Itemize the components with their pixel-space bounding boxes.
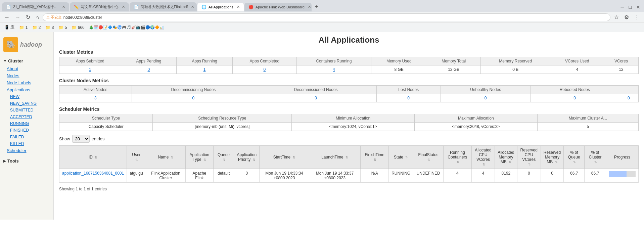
- cn-val-1[interactable]: 0: [132, 94, 255, 102]
- cell-launchtime: Mon Jun 19 14:33:37 +0800 2023: [309, 169, 360, 183]
- cm-header-5: Memory Used: [371, 57, 427, 65]
- cell-resmem: 0: [541, 169, 563, 183]
- tab-4-close[interactable]: ✕: [237, 5, 240, 9]
- apps-th-resmem[interactable]: ReservedMemoryMB ⇅: [541, 146, 563, 169]
- cn-header-6: [619, 86, 638, 94]
- cn-val-0[interactable]: 3: [59, 94, 132, 102]
- cn-val-2[interactable]: 0: [255, 94, 376, 102]
- apps-th-finalstatus[interactable]: FinalStatus ⇅: [413, 146, 444, 169]
- tab-5-close[interactable]: ✕: [308, 5, 311, 9]
- bookmark-3[interactable]: 📁 3: [44, 25, 55, 31]
- sidebar-sub-failed[interactable]: FAILED: [0, 134, 53, 140]
- progress-bar-bg: [609, 171, 636, 177]
- tab-3-close[interactable]: ✕: [191, 5, 194, 9]
- cell-id[interactable]: application_1687156364081_0001: [59, 169, 127, 183]
- apps-th-id[interactable]: ID ⇅: [59, 146, 127, 169]
- tab-3-favicon: 📄: [134, 5, 139, 9]
- sidebar-item-scheduler[interactable]: Scheduler: [0, 147, 53, 154]
- tab-5[interactable]: 🔴 Apache Flink Web Dashboard ✕: [244, 3, 312, 11]
- sidebar-sub-submitted[interactable]: SUBMITTED: [0, 107, 53, 113]
- apps-th-apptype[interactable]: ApplicationType ⇅: [186, 146, 213, 169]
- cn-val-4[interactable]: 0: [441, 94, 531, 102]
- apps-th-launchtime[interactable]: LaunchTime ⇅: [309, 146, 360, 169]
- sidebar-item-about[interactable]: About: [0, 65, 53, 72]
- cm-val-1[interactable]: 0: [121, 65, 177, 74]
- cm-val-0[interactable]: 1: [59, 65, 121, 74]
- sidebar-sub-finished[interactable]: FINISHED: [0, 127, 53, 134]
- cn-val-5[interactable]: 0: [531, 94, 619, 102]
- tab-4[interactable]: 🌐 All Applications ✕: [197, 3, 244, 11]
- cm-val-3[interactable]: 0: [232, 65, 296, 74]
- sidebar: 🐘 hadoop ▼ Cluster About Nodes Node Labe…: [0, 32, 54, 220]
- bookmark-button[interactable]: ☆: [612, 13, 620, 21]
- bookmark-2[interactable]: 📁 2: [31, 25, 42, 31]
- cm-val-2[interactable]: 1: [177, 65, 233, 74]
- apps-th-state[interactable]: State ⇅: [389, 146, 413, 169]
- cluster-section[interactable]: ▼ Cluster: [0, 57, 53, 65]
- apps-th-queue[interactable]: Queue ⇅: [213, 146, 234, 169]
- cm-val-4[interactable]: 4: [296, 65, 371, 74]
- tab-3[interactable]: 📄 尚硅谷大数据技术之Flink.pdf ✕: [130, 2, 197, 11]
- apps-th-pctcluster[interactable]: % ofCluster ⇅: [585, 146, 606, 169]
- cm-header-2: Apps Running: [177, 57, 233, 65]
- apps-th-finishtime[interactable]: FinishTime ⇅: [361, 146, 389, 169]
- sidebar-sub-running[interactable]: RUNNING: [0, 120, 53, 127]
- sm-header-3: Maximum Allocation: [414, 114, 537, 123]
- bookmark-apps-icon[interactable]: 📱 应: [3, 24, 16, 31]
- tab-2[interactable]: ✏️ 写文章-CSDN创作中心 ✕: [70, 2, 129, 11]
- sidebar-item-node-labels[interactable]: Node Labels: [0, 79, 53, 86]
- cn-val-6[interactable]: 0: [619, 94, 638, 102]
- sidebar-sub-new[interactable]: NEW: [0, 93, 53, 100]
- apps-th-pctqueue[interactable]: % ofQueue ⇅: [564, 146, 585, 169]
- minimize-button[interactable]: ─: [619, 4, 626, 10]
- bookmark-1[interactable]: 📁 1: [17, 25, 29, 31]
- app-layout: 🐘 hadoop ▼ Cluster About Nodes Node Labe…: [0, 32, 644, 220]
- cn-val-3[interactable]: 0: [376, 94, 441, 102]
- nav-bar: ← → ↻ ⌂ ⚠ 不安全 node002:8088/cluster ☆ ⚙ ⋮: [0, 12, 644, 22]
- cm-header-1: Apps Pending: [121, 57, 177, 65]
- forward-button[interactable]: →: [13, 14, 22, 21]
- sidebar-sub-accepted[interactable]: ACCEPTED: [0, 113, 53, 120]
- cm-header-4: Containers Running: [296, 57, 371, 65]
- tab-2-title: 写文章-CSDN创作中心: [81, 4, 119, 9]
- cell-alloccpu: 4: [471, 169, 495, 183]
- sidebar-sub-killed[interactable]: KILLED: [0, 140, 53, 147]
- address-bar[interactable]: ⚠ 不安全 node002:8088/cluster: [43, 13, 610, 21]
- apps-th-containers[interactable]: RunningContainers ⇅: [443, 146, 471, 169]
- apps-th-allocmem[interactable]: AllocatedMemoryMB ⇅: [495, 146, 517, 169]
- cm-header-9: VCores: [604, 57, 639, 65]
- tab-1[interactable]: 📄 21_Flink部署_YARN运行模式_应... ✕: [2, 2, 69, 11]
- refresh-button[interactable]: ↻: [24, 13, 32, 21]
- tab-1-close[interactable]: ✕: [62, 5, 65, 9]
- sidebar-item-applications[interactable]: Applications: [0, 86, 53, 93]
- sm-val-2: <memory:1024, vCores:1>: [292, 123, 415, 131]
- sm-header-4: Maximum Cluster A...: [537, 114, 638, 123]
- sidebar-sub-new-saving[interactable]: NEW_SAVING: [0, 100, 53, 107]
- back-button[interactable]: ←: [3, 14, 11, 21]
- menu-button[interactable]: ⋮: [633, 13, 641, 21]
- sidebar-item-nodes[interactable]: Nodes: [0, 72, 53, 79]
- apps-th-user[interactable]: User ⇅: [127, 146, 146, 169]
- tab-2-close[interactable]: ✕: [122, 5, 125, 9]
- apps-th-priority[interactable]: ApplicationPriority ⇅: [234, 146, 260, 169]
- cm-header-8: VCores Used: [550, 57, 604, 65]
- tools-section[interactable]: ▶ Tools: [0, 157, 53, 165]
- home-button[interactable]: ⌂: [34, 14, 41, 21]
- cell-user: atguigu: [127, 169, 146, 183]
- extensions-button[interactable]: ⚙: [623, 13, 631, 21]
- maximize-button[interactable]: □: [627, 4, 633, 10]
- apps-th-name[interactable]: Name ⇅: [146, 146, 186, 169]
- apps-th-starttime[interactable]: StartTime ⇅: [260, 146, 309, 169]
- apps-th-rescpu[interactable]: ReservedCPUVCores ⇅: [517, 146, 541, 169]
- apps-th-alloccpu[interactable]: AllocatedCPUVCores ⇅: [471, 146, 495, 169]
- cm-header-3: Apps Completed: [232, 57, 296, 65]
- entries-select[interactable]: 10 20 50 100: [72, 135, 90, 143]
- apps-th-progress: Progress: [606, 146, 638, 169]
- new-tab-button[interactable]: +: [312, 2, 321, 12]
- page-title: All Applications: [59, 35, 639, 45]
- bookmark-5[interactable]: 📁 666: [70, 25, 86, 31]
- cell-apptype: Apache Flink: [186, 169, 213, 183]
- close-browser-button[interactable]: ✕: [635, 4, 642, 10]
- cm-val-5: 8 GB: [371, 65, 427, 74]
- bookmark-4[interactable]: 📁 5: [57, 25, 68, 31]
